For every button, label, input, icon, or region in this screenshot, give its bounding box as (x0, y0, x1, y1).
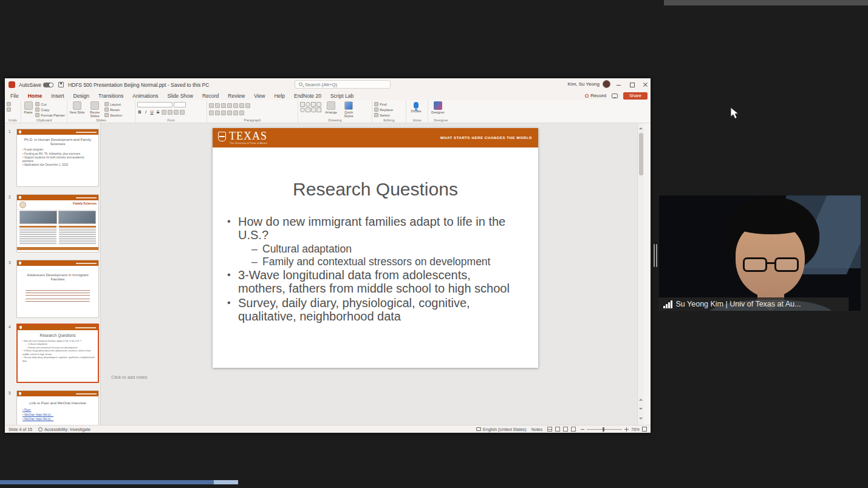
text-shadow-button[interactable] (162, 110, 166, 115)
cut-button[interactable]: Cut (35, 102, 65, 106)
change-case-button[interactable] (174, 110, 179, 115)
scroll-up-icon[interactable] (639, 126, 643, 129)
dictate-button[interactable]: Dictate (408, 101, 424, 113)
share-button[interactable]: Share (623, 92, 648, 100)
tab-record[interactable]: Record (202, 92, 219, 100)
tab-home[interactable]: Home (27, 92, 43, 100)
tab-file[interactable]: File (10, 92, 19, 100)
tab-script-lab[interactable]: Script Lab (330, 92, 354, 100)
paste-button[interactable]: Paste (23, 101, 33, 114)
wechat-link[interactable]: WeChat: https://bit.ly/… (22, 417, 95, 421)
text-direction-button[interactable] (239, 103, 244, 108)
tab-insert[interactable]: Insert (50, 92, 64, 100)
tab-review[interactable]: Review (227, 92, 245, 100)
line-spacing-button[interactable] (233, 103, 238, 108)
quick-styles-button[interactable]: Quick Styles (341, 101, 357, 118)
arrange-button[interactable]: Arrange (323, 101, 339, 114)
layout-button[interactable]: Layout (104, 102, 122, 106)
next-slide-icon[interactable] (639, 408, 643, 412)
accessibility-checker[interactable]: Accessibility: Investigate (38, 427, 91, 432)
increase-indent-button[interactable] (227, 103, 232, 108)
slide-sorter-view-icon[interactable] (555, 427, 560, 432)
bold-button[interactable]: B (137, 110, 142, 115)
zoom-slider[interactable] (587, 429, 622, 430)
comments-icon[interactable] (612, 93, 618, 98)
copy-button[interactable]: Copy (35, 107, 65, 112)
reuse-slides-button[interactable]: Reuse Slides (87, 101, 103, 118)
search-input[interactable]: Search (Alt+Q) (295, 80, 391, 89)
tab-design[interactable]: Design (73, 92, 90, 100)
align-right-button[interactable] (221, 110, 226, 115)
format-painter-button[interactable]: Format Painter (35, 113, 65, 117)
bullets-button[interactable] (209, 103, 214, 108)
autosave-toggle[interactable]: AutoSave (19, 82, 53, 88)
character-spacing-button[interactable] (168, 110, 173, 115)
wechat-link[interactable]: WeChat: https://bit.ly/… (22, 413, 95, 417)
align-left-button[interactable] (209, 110, 214, 115)
powerpoint-app-icon[interactable] (9, 81, 15, 88)
scroll-down-icon[interactable] (639, 418, 643, 421)
tab-slide-show[interactable]: Slide Show (166, 92, 194, 100)
tab-animations[interactable]: Animations (132, 92, 159, 100)
vertical-scrollbar[interactable] (637, 123, 644, 425)
previous-slide-icon[interactable] (639, 397, 643, 401)
notes-placeholder[interactable]: Click to add notes (111, 374, 148, 380)
thumbnail-slide-5[interactable]: Link to Flyer and WeChat Interview Flyer… (16, 390, 99, 425)
fit-slide-icon[interactable] (642, 427, 647, 432)
language-indicator[interactable]: English (United States) (476, 427, 527, 432)
save-icon[interactable] (58, 82, 64, 87)
account-menu[interactable]: Kim, Su Yeong (568, 80, 610, 88)
zoom-slider-knob[interactable] (603, 427, 604, 432)
tab-help[interactable]: Help (273, 92, 285, 100)
align-center-button[interactable] (215, 110, 220, 115)
shapes-gallery[interactable] (300, 101, 321, 112)
current-slide[interactable]: TEXAS The University of Texas at Austin … (213, 128, 538, 368)
justify-button[interactable] (227, 110, 232, 115)
decrease-indent-button[interactable] (221, 103, 226, 108)
designer-button[interactable]: Designer (430, 101, 446, 114)
tab-endnote[interactable]: EndNote 20 (293, 92, 322, 100)
tab-transitions[interactable]: Transitions (98, 92, 124, 100)
undo-icon[interactable] (7, 102, 11, 106)
thumbnail-slide-4-selected[interactable]: Research Questions How do new immigrant … (16, 324, 99, 383)
columns-button[interactable] (233, 110, 238, 115)
replace-button[interactable]: Replace (374, 107, 393, 112)
flyer-link[interactable]: Flyer: (22, 408, 95, 412)
reset-button[interactable]: Reset (104, 107, 122, 112)
zoom-out-icon[interactable] (581, 429, 584, 430)
numbering-button[interactable] (215, 103, 220, 108)
playback-progress-bar[interactable] (0, 480, 238, 484)
thumbnail-slide-3[interactable]: Adolescent Development in Immigrant Fami… (16, 260, 99, 318)
maximize-button[interactable] (629, 82, 635, 87)
zoom-in-icon[interactable] (624, 427, 629, 432)
close-button[interactable] (643, 82, 648, 87)
font-name-select[interactable] (137, 102, 173, 107)
reading-view-icon[interactable] (563, 427, 568, 432)
font-color-button[interactable] (180, 110, 185, 115)
thumbnail-slide-1[interactable]: Ph.D. in Human Development and Family Sc… (16, 129, 99, 187)
smartart-button[interactable] (239, 110, 244, 115)
participant-video[interactable]: Su Yeong Kim | Univ of Texas at Au... (659, 195, 861, 311)
underline-button[interactable]: U (149, 110, 154, 115)
section-button[interactable]: Section (104, 113, 122, 117)
redo-icon[interactable] (7, 107, 11, 112)
slideshow-view-icon[interactable] (571, 427, 576, 432)
notes-toggle[interactable]: Notes (531, 427, 542, 432)
scrollbar-thumb[interactable] (639, 133, 643, 175)
record-button[interactable]: Record (585, 93, 606, 98)
font-size-select[interactable] (174, 102, 186, 107)
find-button[interactable]: Find (374, 102, 393, 106)
zoom-percentage[interactable]: 76% (631, 427, 640, 432)
thumbnail-slide-2[interactable]: Family Sciences (16, 194, 99, 252)
normal-view-icon[interactable] (547, 427, 552, 432)
panel-drag-handle[interactable] (654, 244, 658, 267)
autosave-switch-icon[interactable] (43, 83, 53, 87)
new-slide-button[interactable]: New Slide (69, 101, 85, 114)
align-text-button[interactable] (245, 103, 250, 108)
select-button[interactable]: Select (374, 113, 393, 117)
minimize-button[interactable] (616, 82, 621, 87)
italic-button[interactable]: I (143, 110, 148, 115)
user-avatar[interactable] (603, 80, 610, 88)
tab-view[interactable]: View (253, 92, 265, 100)
strikethrough-button[interactable]: S (155, 110, 160, 115)
